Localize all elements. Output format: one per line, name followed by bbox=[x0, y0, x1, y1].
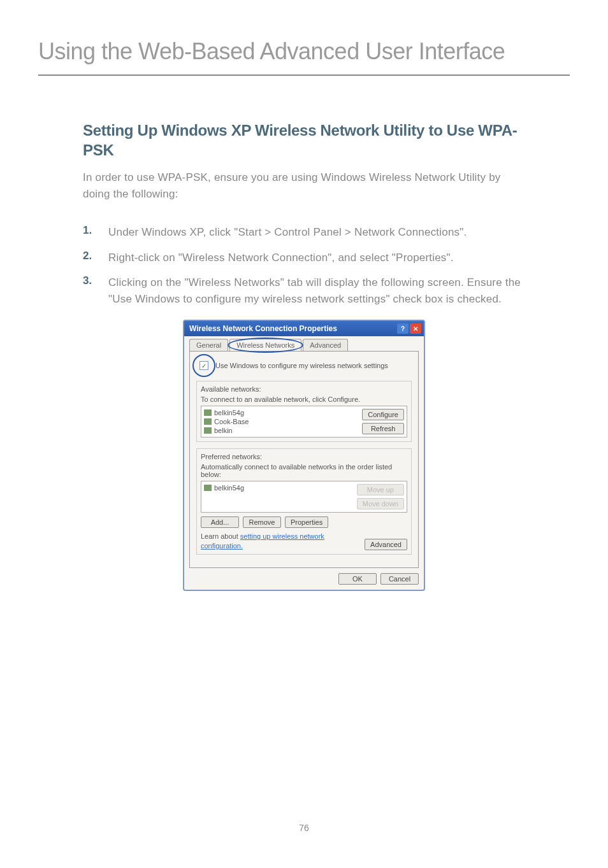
step-text: Right-click on "Wireless Network Connect… bbox=[108, 250, 454, 266]
dialog-screenshot: Wireless Network Connection Properties ?… bbox=[83, 320, 525, 591]
checkbox-highlight-circle: ✓ bbox=[196, 358, 212, 373]
step-1: 1. Under Windows XP, click "Start > Cont… bbox=[83, 224, 525, 241]
tabs-row: General Wireless Networks Advanced bbox=[184, 336, 424, 351]
tab-advanced[interactable]: Advanced bbox=[303, 339, 348, 351]
checkbox-label: Use Windows to configure my wireless net… bbox=[215, 362, 388, 369]
refresh-button[interactable]: Refresh bbox=[362, 423, 404, 434]
learn-about-link[interactable]: Learn about setting up wireless networkc… bbox=[201, 532, 324, 550]
help-icon[interactable]: ? bbox=[397, 324, 409, 334]
available-side-buttons: Configure Refresh bbox=[362, 409, 404, 434]
preferred-networks-group: Preferred networks: Automatically connec… bbox=[196, 448, 412, 555]
content-area: Setting Up Windows XP Wireless Network U… bbox=[0, 120, 608, 591]
use-windows-checkbox[interactable]: ✓ bbox=[199, 361, 208, 370]
section-heading: Setting Up Windows XP Wireless Network U… bbox=[83, 120, 525, 160]
intro-text: In order to use WPA-PSK, ensure you are … bbox=[83, 169, 525, 202]
header-divider bbox=[38, 75, 570, 76]
list-item[interactable]: belkin54g bbox=[204, 409, 249, 416]
steps-list: 1. Under Windows XP, click "Start > Cont… bbox=[83, 224, 525, 307]
step-number: 3. bbox=[83, 274, 108, 307]
add-button[interactable]: Add... bbox=[201, 516, 239, 528]
step-3: 3. Clicking on the "Wireless Networks" t… bbox=[83, 274, 525, 307]
available-items: belkin54g Cook-Base belkin bbox=[204, 409, 249, 434]
dialog-footer: OK Cancel bbox=[184, 573, 424, 590]
ok-button[interactable]: OK bbox=[338, 573, 377, 585]
step-text: Under Windows XP, click "Start > Control… bbox=[108, 224, 467, 241]
properties-button[interactable]: Properties bbox=[285, 516, 328, 528]
remove-button[interactable]: Remove bbox=[243, 516, 281, 528]
available-label: Available networks: bbox=[201, 385, 407, 393]
preferred-hint: Automatically connect to available netwo… bbox=[201, 463, 407, 478]
page-header: Using the Web-Based Advanced User Interf… bbox=[0, 0, 608, 75]
preferred-listbox[interactable]: belkin54g Move up Move down bbox=[201, 481, 407, 513]
list-item[interactable]: Cook-Base bbox=[204, 418, 249, 425]
preferred-items: belkin54g bbox=[204, 484, 244, 509]
step-number: 2. bbox=[83, 250, 108, 266]
moveup-button[interactable]: Move up bbox=[357, 484, 404, 495]
network-icon bbox=[204, 427, 212, 434]
preferred-button-row: Add... Remove Properties bbox=[201, 516, 407, 528]
available-hint: To connect to an available network, clic… bbox=[201, 395, 407, 403]
list-item[interactable]: belkin bbox=[204, 427, 249, 434]
step-text: Clicking on the "Wireless Networks" tab … bbox=[108, 274, 525, 307]
dialog-body: ✓ Use Windows to configure my wireless n… bbox=[189, 351, 419, 568]
page-number: 76 bbox=[0, 823, 608, 833]
movedown-button[interactable]: Move down bbox=[357, 498, 404, 509]
dialog-title: Wireless Network Connection Properties bbox=[189, 324, 337, 333]
step-2: 2. Right-click on "Wireless Network Conn… bbox=[83, 250, 525, 266]
configure-button[interactable]: Configure bbox=[362, 409, 404, 420]
network-icon bbox=[204, 409, 212, 416]
use-windows-checkbox-row: ✓ Use Windows to configure my wireless n… bbox=[196, 358, 412, 373]
network-icon bbox=[204, 418, 212, 425]
tab-wireless-networks[interactable]: Wireless Networks bbox=[229, 339, 301, 351]
available-networks-group: Available networks: To connect to an ava… bbox=[196, 381, 412, 442]
titlebar-buttons: ? ✕ bbox=[397, 324, 421, 334]
advanced-button[interactable]: Advanced bbox=[365, 539, 407, 550]
advanced-row: Learn about setting up wireless networkc… bbox=[201, 532, 407, 550]
dialog-titlebar: Wireless Network Connection Properties ?… bbox=[184, 321, 424, 336]
preferred-label: Preferred networks: bbox=[201, 453, 407, 460]
close-icon[interactable]: ✕ bbox=[410, 324, 421, 334]
step-number: 1. bbox=[83, 224, 108, 241]
available-listbox[interactable]: belkin54g Cook-Base belkin Configure Ref… bbox=[201, 406, 407, 438]
preferred-side-buttons: Move up Move down bbox=[357, 484, 404, 509]
network-icon bbox=[204, 485, 212, 491]
tab-general[interactable]: General bbox=[189, 339, 228, 351]
cancel-button[interactable]: Cancel bbox=[380, 573, 419, 585]
properties-dialog: Wireless Network Connection Properties ?… bbox=[183, 320, 425, 591]
list-item[interactable]: belkin54g bbox=[204, 484, 244, 492]
